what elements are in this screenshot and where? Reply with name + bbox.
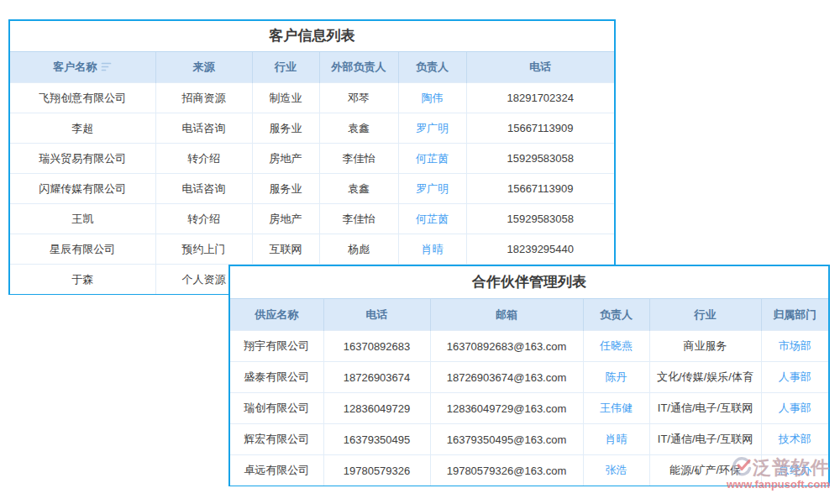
phone-cell: 15667113909 — [466, 174, 614, 204]
partner-table-card: 合作伙伴管理列表 供应名称电话邮箱负责人行业归属部门 翔宇有限公司1637089… — [228, 265, 830, 486]
department-link-cell[interactable]: 技术部 — [761, 424, 828, 455]
industry-cell: 商业服务 — [649, 331, 761, 362]
owner-link-cell[interactable]: 陶伟 — [398, 83, 466, 113]
department-link-cell[interactable]: 人事部 — [761, 393, 828, 424]
partner-table: 供应名称电话邮箱负责人行业归属部门 翔宇有限公司1637089268316370… — [230, 298, 828, 486]
owner-link-cell[interactable]: 王伟健 — [583, 393, 649, 424]
phone-cell: 18291702324 — [466, 83, 614, 113]
industry-cell: 制造业 — [252, 83, 319, 113]
source-cell: 招商资源 — [155, 83, 252, 113]
source-cell: 预约上门 — [155, 234, 252, 265]
column-header-external_owner: 外部负责人 — [319, 52, 398, 83]
column-header-phone: 电话 — [323, 299, 430, 331]
phone-cell: 18239295440 — [466, 234, 614, 265]
name-cell: 辉宏有限公司 — [230, 424, 323, 455]
sort-icon[interactable] — [101, 62, 112, 71]
industry-cell: 房地产 — [252, 144, 319, 174]
phone-cell: 15667113909 — [466, 113, 614, 144]
owner-link-cell[interactable]: 陈丹 — [583, 362, 649, 393]
table-row: 瑞兴贸易有限公司转介绍房地产李佳怡何芷茵15929583058 — [10, 144, 614, 174]
column-header-name[interactable]: 客户名称 — [10, 52, 155, 83]
table-row: 卓远有限公司1978057932619780579326@163.com张浩能源… — [230, 455, 828, 486]
source-cell: 电话咨询 — [155, 174, 252, 204]
table-row: 星辰有限公司预约上门互联网杨彪肖晴18239295440 — [10, 234, 614, 265]
external_owner-cell: 邓琴 — [319, 83, 398, 113]
phone-cell: 15929583058 — [466, 144, 614, 174]
name-cell: 瑞创有限公司 — [230, 393, 323, 424]
owner-link-cell[interactable]: 何芷茵 — [398, 144, 466, 174]
name-cell: 王凯 — [10, 204, 155, 234]
name-cell: 卓远有限公司 — [230, 455, 323, 486]
column-header-source: 来源 — [155, 52, 252, 83]
header-row: 客户名称来源行业外部负责人负责人电话 — [10, 52, 614, 83]
name-cell: 闪耀传媒有限公司 — [10, 174, 155, 204]
table-row: 瑞创有限公司1283604972912836049729@163.com王伟健I… — [230, 393, 828, 424]
name-cell: 于森 — [10, 265, 155, 295]
email-cell: 16379350495@163.com — [430, 424, 583, 455]
customer-table-header: 客户名称来源行业外部负责人负责人电话 — [10, 52, 614, 83]
table-row: 闪耀传媒有限公司电话咨询服务业袁鑫罗广明15667113909 — [10, 174, 614, 204]
partner-table-title: 合作伙伴管理列表 — [230, 266, 828, 298]
industry-cell: IT/通信/电子/互联网 — [649, 424, 761, 455]
source-cell: 转介绍 — [155, 204, 252, 234]
header-row: 供应名称电话邮箱负责人行业归属部门 — [230, 299, 828, 331]
owner-link-cell[interactable]: 张浩 — [583, 455, 649, 486]
owner-link-cell[interactable]: 任晓燕 — [583, 331, 649, 362]
department-link-cell[interactable]: 人事部 — [761, 362, 828, 393]
column-header-phone: 电话 — [466, 52, 614, 83]
external_owner-cell: 杨彪 — [319, 234, 398, 265]
phone-cell: 16370892683 — [323, 331, 430, 362]
name-cell: 翔宇有限公司 — [230, 331, 323, 362]
industry-cell: 房地产 — [252, 204, 319, 234]
name-cell: 盛泰有限公司 — [230, 362, 323, 393]
table-row: 李超电话咨询服务业袁鑫罗广明15667113909 — [10, 113, 614, 144]
customer-table-title: 客户信息列表 — [10, 21, 614, 51]
industry-cell: 文化/传媒/娱乐/体育 — [649, 362, 761, 393]
customer-table: 客户名称来源行业外部负责人负责人电话 飞翔创意有限公司招商资源制造业邓琴陶伟18… — [10, 51, 614, 294]
phone-cell: 18726903674 — [323, 362, 430, 393]
partner-table-header: 供应名称电话邮箱负责人行业归属部门 — [230, 299, 828, 331]
owner-link-cell[interactable]: 肖晴 — [583, 424, 649, 455]
column-header-department: 归属部门 — [761, 299, 828, 331]
industry-cell: 互联网 — [252, 234, 319, 265]
column-header-email: 邮箱 — [430, 299, 583, 331]
owner-link-cell[interactable]: 肖晴 — [398, 234, 466, 265]
customer-table-card: 客户信息列表 客户名称来源行业外部负责人负责人电话 飞翔创意有限公司招商资源制造… — [8, 19, 616, 295]
email-cell: 18726903674@163.com — [430, 362, 583, 393]
external_owner-cell: 袁鑫 — [319, 174, 398, 204]
source-cell: 电话咨询 — [155, 113, 252, 144]
owner-link-cell[interactable]: 罗广明 — [398, 113, 466, 144]
email-cell: 12836049729@163.com — [430, 393, 583, 424]
department-link-cell[interactable]: 市场部 — [761, 331, 828, 362]
table-row: 盛泰有限公司1872690367418726903674@163.com陈丹文化… — [230, 362, 828, 393]
table-row: 翔宇有限公司1637089268316370892683@163.com任晓燕商… — [230, 331, 828, 362]
owner-link-cell[interactable]: 何芷茵 — [398, 204, 466, 234]
email-cell: 19780579326@163.com — [430, 455, 583, 486]
name-cell: 飞翔创意有限公司 — [10, 83, 155, 113]
industry-cell: 能源/矿产/环保 — [649, 455, 761, 486]
page: 客户信息列表 客户名称来源行业外部负责人负责人电话 飞翔创意有限公司招商资源制造… — [0, 0, 840, 504]
customer-table-body: 飞翔创意有限公司招商资源制造业邓琴陶伟18291702324李超电话咨询服务业袁… — [10, 83, 614, 295]
column-header-industry: 行业 — [252, 52, 319, 83]
name-cell: 李超 — [10, 113, 155, 144]
column-header-name: 供应名称 — [230, 299, 323, 331]
table-row: 王凯转介绍房地产李佳怡何芷茵15929583058 — [10, 204, 614, 234]
email-cell: 16370892683@163.com — [430, 331, 583, 362]
table-row: 飞翔创意有限公司招商资源制造业邓琴陶伟18291702324 — [10, 83, 614, 113]
industry-cell: 服务业 — [252, 113, 319, 144]
external_owner-cell: 袁鑫 — [319, 113, 398, 144]
owner-link-cell[interactable]: 罗广明 — [398, 174, 466, 204]
name-cell: 瑞兴贸易有限公司 — [10, 144, 155, 174]
phone-cell: 12836049729 — [323, 393, 430, 424]
phone-cell: 16379350495 — [323, 424, 430, 455]
industry-cell: IT/通信/电子/互联网 — [649, 393, 761, 424]
external_owner-cell: 李佳怡 — [319, 204, 398, 234]
industry-cell: 服务业 — [252, 174, 319, 204]
column-header-owner: 负责人 — [583, 299, 649, 331]
column-header-owner: 负责人 — [398, 52, 466, 83]
source-cell: 转介绍 — [155, 144, 252, 174]
column-header-industry: 行业 — [649, 299, 761, 331]
partner-table-body: 翔宇有限公司1637089268316370892683@163.com任晓燕商… — [230, 331, 828, 486]
department-link-cell[interactable]: 总经办 — [761, 455, 828, 486]
external_owner-cell: 李佳怡 — [319, 144, 398, 174]
